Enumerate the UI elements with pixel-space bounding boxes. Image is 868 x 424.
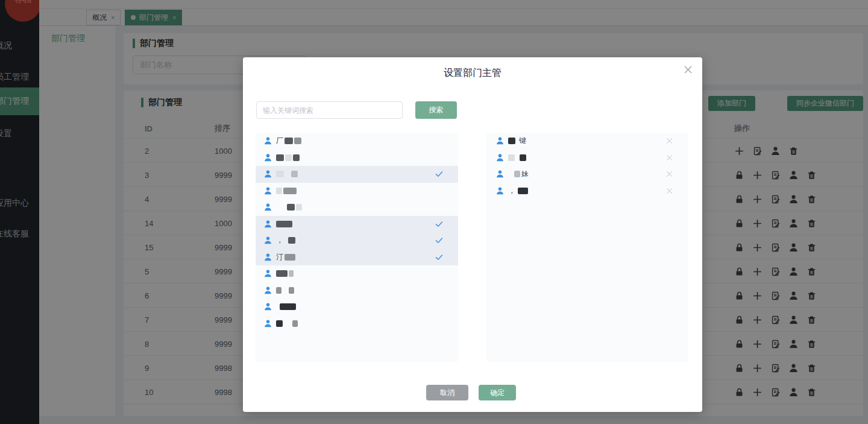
selected-manager-row [486,150,688,166]
person-icon [495,136,505,145]
name-fragment: 汀 [276,252,283,262]
selected-manager-row: 妹 [486,166,688,183]
person-icon [263,236,272,245]
person-icon [263,169,272,179]
candidate-user-row[interactable] [256,282,458,299]
remove-icon[interactable] [665,137,673,145]
search-button[interactable]: 搜索 [415,101,457,119]
check-icon [435,236,444,245]
name-fragment: 键 [519,136,526,146]
name-gap [283,290,289,291]
person-icon [263,319,272,328]
censored-name-block [518,188,528,194]
person-icon [263,136,272,145]
censored-name-block [291,171,298,177]
censored-name-block [276,171,284,177]
censored-name-block [283,188,297,194]
candidate-user-row[interactable] [256,265,458,282]
person-icon [263,286,272,295]
candidate-user-row[interactable] [256,299,458,315]
name-fragment: 厂 [276,136,283,146]
candidate-user-row[interactable]: 厂 [256,133,458,150]
censored-name-block [289,287,294,294]
person-icon [263,236,272,245]
person-icon [263,302,272,311]
name-gap [276,207,287,207]
person-icon [263,286,272,295]
remove-icon[interactable] [665,170,673,178]
candidate-user-row[interactable] [256,315,458,332]
person-icon [263,153,272,162]
censored-name-block [508,138,515,144]
person-icon [495,169,505,179]
remove-icon [665,154,673,162]
person-icon [495,153,505,162]
person-icon [495,153,505,162]
censored-name-block [514,171,520,177]
name-fragment: ， [508,186,515,196]
censored-name-block [280,303,296,310]
remove-icon [665,137,673,145]
censored-name-block [276,270,288,277]
check-icon [435,169,444,179]
censored-name-block [508,154,515,161]
check-icon [435,253,444,262]
selected-manager-row: 键 [486,133,688,150]
person-icon [263,186,272,195]
remove-icon [665,187,673,195]
censored-name-block [276,154,284,161]
name-fragment: 妹 [521,169,529,179]
candidate-user-row[interactable] [256,166,458,183]
name-fragment: ， [276,235,283,245]
person-icon [495,169,505,179]
person-icon [263,253,272,262]
person-icon [263,319,272,328]
person-icon [263,302,272,311]
censored-name-block [288,237,295,244]
candidate-user-row[interactable]: ， [256,232,458,249]
candidate-user-list: 厂，汀 [256,133,458,362]
name-gap [508,174,514,174]
dialog-title: 设置部门主管 [243,67,702,80]
check-icon [435,253,444,262]
candidate-user-row[interactable] [256,199,458,216]
selected-manager-row: ， [486,183,688,200]
confirm-button[interactable]: 确定 [479,385,516,400]
person-icon [263,269,272,278]
censored-name-block [296,204,302,210]
check-icon [435,220,444,229]
censored-name-block [289,270,294,277]
set-department-manager-dialog: 设置部门主管 搜索 厂，汀 键妹， 取消 确定 [243,57,702,412]
person-icon [263,253,272,262]
person-icon [263,203,272,212]
candidate-user-row[interactable] [256,183,458,200]
person-icon [263,136,272,145]
candidate-user-row[interactable] [256,216,458,233]
check-icon [435,169,444,179]
keyword-search-input[interactable] [256,101,403,119]
check-icon [435,220,444,229]
remove-icon[interactable] [665,154,673,162]
remove-icon [665,170,673,178]
selected-manager-list: 键妹， [486,133,688,362]
censored-name-block [292,320,298,327]
name-gap [285,174,291,174]
candidate-user-row[interactable] [256,150,458,166]
person-icon [263,269,272,278]
person-icon [495,186,505,195]
censored-name-block [294,138,301,144]
person-icon [495,136,505,145]
candidate-user-row[interactable]: 汀 [256,249,458,266]
person-icon [263,186,272,195]
censored-name-block [276,221,292,227]
censored-name-block [276,188,282,194]
person-icon [263,203,272,212]
cancel-button[interactable]: 取消 [426,385,468,400]
person-icon [263,220,272,229]
person-icon [495,186,505,195]
remove-icon[interactable] [665,187,673,195]
censored-name-block [276,320,283,327]
person-icon [263,220,272,229]
censored-name-block [285,138,293,144]
close-icon[interactable] [684,65,693,74]
